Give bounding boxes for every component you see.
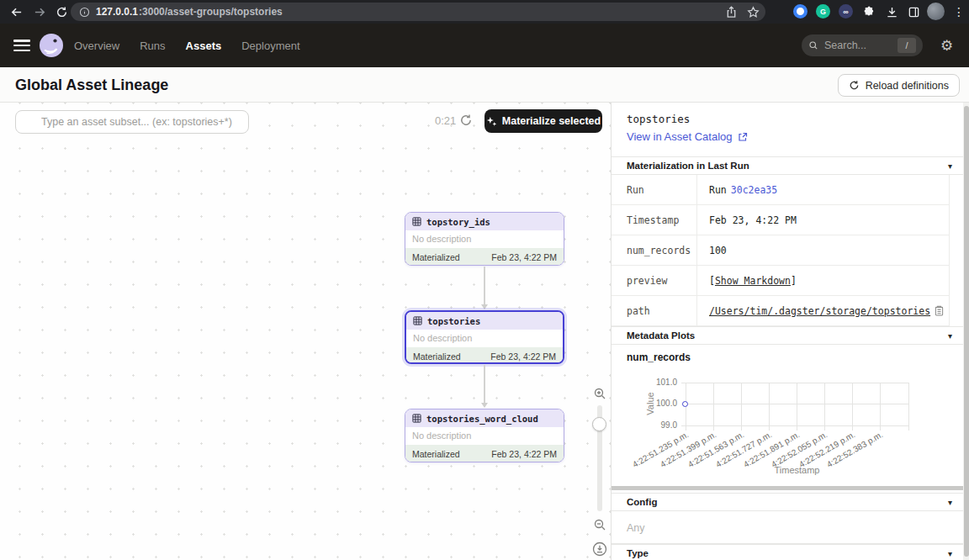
asset-node-topstory-ids[interactable]: topstory_ids No description Materialized… <box>405 212 564 266</box>
downloads-icon[interactable] <box>884 4 899 19</box>
asset-node-header: topstory_ids <box>405 213 564 230</box>
edge-topstory-ids-to-topstories <box>479 267 489 309</box>
back-icon[interactable] <box>8 4 24 19</box>
side-panel-icon[interactable] <box>906 4 921 19</box>
kebab-glyph: ⋮ <box>953 5 965 18</box>
site-info-icon[interactable] <box>79 7 90 18</box>
chevron-down-icon: ▾ <box>948 331 952 341</box>
asset-status: Materialized <box>412 252 460 262</box>
external-link-icon <box>738 132 748 142</box>
extension-glasses-icon[interactable]: ∞ <box>839 4 853 18</box>
nav-item-overview[interactable]: Overview <box>74 40 119 52</box>
section-header-label: Type <box>627 548 649 558</box>
zoom-to-fit-icon[interactable] <box>592 542 607 557</box>
glasses-glyph: ∞ <box>843 8 848 16</box>
copy-icon[interactable] <box>935 305 944 316</box>
catalog-link-label: View in Asset Catalog <box>627 130 733 143</box>
graph-refresh-icon[interactable] <box>459 114 473 127</box>
zoom-out-icon[interactable] <box>593 518 606 531</box>
x-axis-label: Timestamp <box>686 465 908 475</box>
timestamp-value: Feb 23, 4:22 PM <box>709 214 797 226</box>
app-nav: Overview Runs Assets Deployment Search..… <box>0 24 969 67</box>
menu-icon[interactable] <box>13 40 30 51</box>
section-header-label: Materialization in Last Run <box>627 161 749 171</box>
url-host: 127.0.0.1 <box>96 6 138 18</box>
settings-gear-icon[interactable]: ⚙ <box>940 37 953 55</box>
asset-status-time: Feb 23, 4:22 PM <box>490 351 556 362</box>
table-row-preview: preview [Show Markdown] <box>612 266 950 296</box>
asset-subset-input[interactable] <box>15 110 249 134</box>
graph-timer: 0:21 <box>435 114 456 127</box>
asset-node-header: topstories <box>406 312 563 330</box>
path-link[interactable]: /Users/tim/.dagster/storage/topstories <box>709 305 930 317</box>
forward-icon[interactable] <box>32 4 47 19</box>
reload-icon[interactable] <box>54 4 69 19</box>
details-scrollbar-thumb[interactable] <box>964 106 969 557</box>
view-in-asset-catalog-link[interactable]: View in Asset Catalog <box>627 130 748 143</box>
screen: 127.0.0.1:3000/asset-groups/topstories G… <box>0 0 969 560</box>
nav-items: Overview Runs Assets Deployment <box>74 24 300 67</box>
bracket-close: ] <box>791 275 797 287</box>
asset-details-panel: topstories View in Asset Catalog Materia… <box>611 103 969 560</box>
search-placeholder: Search... <box>824 40 892 51</box>
nav-item-runs[interactable]: Runs <box>140 40 165 52</box>
asset-status-row: Materialized Feb 23, 4:22 PM <box>406 347 563 364</box>
profile-avatar[interactable] <box>927 3 945 20</box>
details-scrollbar <box>963 103 969 560</box>
asset-description: No description <box>405 230 564 248</box>
section-config[interactable]: Config ▾ <box>612 493 964 511</box>
data-point <box>682 401 688 407</box>
zoom-in-icon[interactable] <box>593 387 606 400</box>
browser-toolbar: 127.0.0.1:3000/asset-groups/topstories G… <box>0 0 969 24</box>
asset-status-row: Materialized Feb 23, 4:22 PM <box>405 248 564 266</box>
asset-status-row: Materialized Feb 23, 4:22 PM <box>405 445 564 462</box>
bookmark-star-icon[interactable] <box>745 4 760 19</box>
nav-item-deployment[interactable]: Deployment <box>241 40 299 52</box>
sparkle-icon <box>486 116 497 127</box>
table-row-num-records: num_records 100 <box>612 235 950 266</box>
extensions-puzzle-icon[interactable] <box>861 4 876 19</box>
page-title: Global Asset Lineage <box>15 67 168 103</box>
section-metadata-plots[interactable]: Metadata Plots ▾ <box>612 326 964 345</box>
asset-status: Materialized <box>413 351 461 362</box>
nav-item-assets[interactable]: Assets <box>186 40 222 52</box>
search-input[interactable]: Search... / <box>802 34 923 56</box>
extension-clock-icon[interactable] <box>793 4 808 18</box>
plot-title: num_records <box>627 351 691 363</box>
row-key: Run <box>612 175 697 205</box>
asset-node-topstories-word-cloud[interactable]: topstories_word_cloud No description Mat… <box>405 409 564 462</box>
reload-definitions-button[interactable]: Reload definitions <box>838 74 960 97</box>
gear-glyph: ⚙ <box>940 38 953 54</box>
config-body <box>612 511 964 544</box>
section-materialization-in-last-run[interactable]: Materialization in Last Run ▾ <box>612 156 964 175</box>
materialize-selected-button[interactable]: Materialize selected <box>484 109 602 133</box>
panel-splitter[interactable] <box>612 486 964 490</box>
dagster-logo[interactable] <box>39 33 64 58</box>
grammarly-letter: G <box>820 8 826 16</box>
row-key: Timestamp <box>612 205 697 235</box>
section-type[interactable]: Type ▾ <box>612 544 964 560</box>
asset-status: Materialized <box>412 449 460 459</box>
browser-menu-icon[interactable]: ⋮ <box>953 3 965 20</box>
asset-status-time: Feb 23, 4:22 PM <box>491 252 557 262</box>
table-icon <box>412 217 421 226</box>
row-key: preview <box>612 266 697 296</box>
materialization-table: Run Run30c2ea35 Timestamp Feb 23, 4:22 P… <box>612 175 964 326</box>
section-header-label: Metadata Plots <box>627 330 695 341</box>
extension-grammarly-icon[interactable]: G <box>816 4 830 18</box>
section-header-label: Config <box>627 497 657 507</box>
zoom-slider-handle[interactable] <box>592 417 606 431</box>
y-tick: 101.0 <box>637 378 677 388</box>
table-icon <box>412 414 421 423</box>
asset-description: No description <box>406 330 563 347</box>
run-id-link[interactable]: 30c2ea35 <box>731 184 777 196</box>
bracket-open: [ <box>709 275 715 287</box>
chevron-down-icon: ▾ <box>948 498 952 507</box>
url-path: :3000/asset-groups/topstories <box>139 6 283 18</box>
asset-node-topstories[interactable]: topstories No description Materialized F… <box>405 310 564 364</box>
asset-name: topstories <box>427 316 480 326</box>
edge-topstories-to-word-cloud <box>479 365 489 408</box>
address-bar[interactable]: 127.0.0.1:3000/asset-groups/topstories <box>71 3 765 21</box>
share-icon[interactable] <box>723 4 739 19</box>
show-markdown-link[interactable]: Show Markdown <box>715 275 791 287</box>
